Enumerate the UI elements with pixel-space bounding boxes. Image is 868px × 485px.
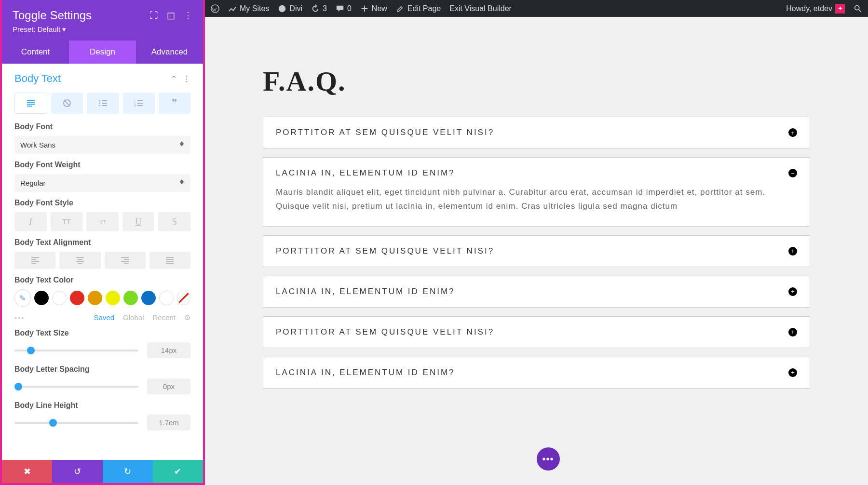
label-lineheight: Body Line Height [14,401,190,410]
page-title: F.A.Q. [263,65,810,97]
plus-icon[interactable]: + [788,368,797,377]
label-style: Body Font Style [14,199,190,207]
color-swatch[interactable] [70,291,84,305]
more-colors-icon[interactable]: ••• [14,314,25,322]
tab-advanced[interactable]: Advanced [136,40,203,64]
avatar: ✦ [835,4,845,13]
new-link[interactable]: New [360,4,387,13]
strikethrough-button[interactable]: S [158,212,190,231]
align-justify-button[interactable] [149,252,190,269]
plus-icon[interactable]: + [788,287,797,296]
plus-icon[interactable]: + [788,247,797,256]
align-left-button[interactable] [14,252,55,269]
comments-link[interactable]: 0 [336,4,352,13]
italic-button[interactable]: I [14,212,47,231]
color-settings-icon[interactable]: ⚙ [184,313,190,322]
text-style-ol[interactable]: 123 [123,93,155,114]
color-swatch[interactable] [34,291,49,305]
color-tab-saved[interactable]: Saved [94,313,115,322]
underline-button[interactable]: U [122,212,155,231]
color-picker-icon[interactable]: ✎ [14,289,31,307]
color-swatch[interactable] [88,291,102,305]
no-color-swatch[interactable] [177,291,190,305]
toggle-title: LACINIA IN, ELEMENTUM ID ENIM? [276,168,455,178]
tab-design[interactable]: Design [69,40,136,64]
wp-logo-icon[interactable] [211,4,219,13]
color-swatch[interactable] [141,291,156,305]
spacing-slider[interactable] [14,386,138,388]
faq-toggle[interactable]: PORTTITOR AT SEM QUISQUE VELIT NISI?+ [263,316,810,348]
text-style-ul[interactable] [87,93,119,114]
toggle-title: PORTTITOR AT SEM QUISQUE VELIT NISI? [276,246,494,256]
svg-point-6 [99,105,100,107]
settings-sidebar: Toggle Settings ⛶ ◫ ⋮ Preset: Default ▾ … [0,0,205,485]
faq-toggle[interactable]: PORTTITOR AT SEM QUISQUE VELIT NISI?+ [263,235,810,267]
spacing-value[interactable]: 0px [147,378,190,394]
color-swatch[interactable] [159,291,174,305]
edit-page-link[interactable]: Edit Page [396,4,441,13]
faq-toggle[interactable]: LACINIA IN, ELEMENTUM ID ENIM?−Mauris bl… [263,157,810,227]
text-style-p[interactable] [14,93,47,114]
collapse-icon[interactable]: ⌃ [171,74,177,83]
wp-admin-bar: My Sites Divi 3 0 New Edit Page Exit Vis… [205,0,868,17]
exit-builder-link[interactable]: Exit Visual Builder [449,4,512,13]
tab-content[interactable]: Content [2,40,69,64]
expand-icon[interactable]: ⛶ [149,11,158,21]
label-font: Body Font [14,122,190,131]
plus-icon[interactable]: + [788,128,797,137]
weight-select[interactable]: Regular [14,174,190,192]
snap-icon[interactable]: ◫ [167,10,175,21]
label-weight: Body Font Weight [14,161,190,169]
svg-text:3: 3 [134,105,136,107]
label-align: Body Text Alignment [14,238,190,247]
save-button[interactable]: ✔ [153,460,203,483]
section-more-icon[interactable]: ⋮ [183,74,190,83]
toggle-title: LACINIA IN, ELEMENTUM ID ENIM? [276,368,455,377]
howdy-link[interactable]: Howdy, etdev✦ [786,4,845,13]
my-sites-link[interactable]: My Sites [228,4,269,13]
svg-point-2 [855,5,859,10]
section-title[interactable]: Body Text [14,72,61,85]
font-select[interactable]: Work Sans [14,136,190,154]
color-swatch[interactable] [123,291,138,305]
plus-icon[interactable]: + [788,328,797,337]
align-right-button[interactable] [105,252,146,269]
cancel-button[interactable]: ✖ [2,460,52,483]
smallcaps-button[interactable]: TT [86,212,119,231]
color-swatch[interactable] [52,291,67,305]
divi-link[interactable]: Divi [278,4,302,13]
align-center-button[interactable] [59,252,100,269]
text-style-quote[interactable]: ❞ [159,93,190,114]
color-tab-recent[interactable]: Recent [152,313,176,322]
label-size: Body Text Size [14,329,190,337]
minus-icon[interactable]: − [788,169,797,177]
toggle-title: PORTTITOR AT SEM QUISQUE VELIT NISI? [276,327,494,337]
undo-button[interactable]: ↺ [52,460,102,483]
label-color: Body Text Color [14,276,190,284]
toggle-title: LACINIA IN, ELEMENTUM ID ENIM? [276,287,455,296]
label-spacing: Body Letter Spacing [14,365,190,374]
svg-point-4 [99,100,100,102]
size-slider[interactable] [14,350,138,351]
text-style-a[interactable] [51,93,83,114]
uppercase-button[interactable]: TT [51,212,83,231]
faq-toggle[interactable]: LACINIA IN, ELEMENTUM ID ENIM?+ [263,276,810,308]
lineheight-slider[interactable] [14,422,138,424]
color-tab-global[interactable]: Global [123,313,144,322]
faq-toggle[interactable]: PORTTITOR AT SEM QUISQUE VELIT NISI?+ [263,117,810,148]
color-swatch[interactable] [106,291,120,305]
toggle-body: Mauris blandit aliquet elit, eget tincid… [276,186,797,214]
sidebar-title: Toggle Settings [13,9,92,22]
svg-point-1 [279,5,285,12]
search-icon[interactable] [854,4,862,13]
fab-menu-button[interactable]: ••• [537,447,560,471]
redo-button[interactable]: ↻ [103,460,153,483]
size-value[interactable]: 14px [147,342,190,358]
svg-point-5 [99,103,100,104]
preset-selector[interactable]: Preset: Default ▾ [13,25,192,34]
toggle-title: PORTTITOR AT SEM QUISQUE VELIT NISI? [276,128,494,137]
lineheight-value[interactable]: 1.7em [147,415,190,431]
more-icon[interactable]: ⋮ [184,10,192,21]
updates-link[interactable]: 3 [311,4,327,13]
faq-toggle[interactable]: LACINIA IN, ELEMENTUM ID ENIM?+ [263,357,810,389]
